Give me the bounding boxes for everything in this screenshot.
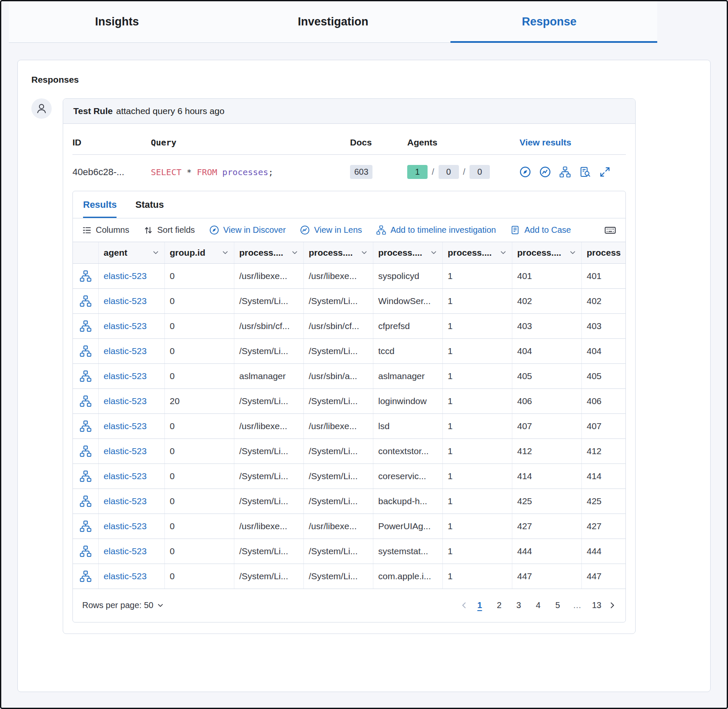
grid-cell: 444 xyxy=(512,539,581,564)
grid-cell: 0 xyxy=(164,438,234,463)
grid-cell: 1 xyxy=(442,363,512,388)
analyze-event-icon[interactable] xyxy=(73,438,98,463)
page-content: Responses Test Ruleattached query 6 hour… xyxy=(1,43,727,692)
agent-link[interactable]: elastic-523 xyxy=(98,313,164,338)
column-header-7-process[interactable]: process.... xyxy=(581,242,625,263)
add-to-case-button[interactable]: Add to Case xyxy=(510,225,571,235)
tab-response[interactable]: Response xyxy=(441,1,657,42)
grid-cell: 412 xyxy=(581,438,625,463)
agent-link[interactable]: elastic-523 xyxy=(98,564,164,589)
agent-link[interactable]: elastic-523 xyxy=(98,288,164,313)
query-summary-header: ID Query Docs Agents View results xyxy=(72,133,626,155)
agent-link[interactable]: elastic-523 xyxy=(98,388,164,413)
tab-investigation[interactable]: Investigation xyxy=(225,1,441,42)
column-header-0-agent[interactable]: agent xyxy=(98,242,164,263)
app-window: Insights Investigation Response Response… xyxy=(0,0,728,709)
grid-cell: 0 xyxy=(164,514,234,539)
grid-cell: 406 xyxy=(581,388,625,413)
page-button-2[interactable]: 2 xyxy=(491,598,507,613)
grid-cell: /System/Li... xyxy=(303,438,373,463)
column-header-3-process[interactable]: process.... xyxy=(303,242,373,263)
view-results-actions xyxy=(520,166,626,178)
grid-cell: 1 xyxy=(442,288,512,313)
sort-fields-button[interactable]: Sort fields xyxy=(144,225,195,235)
rows-per-page-selector[interactable]: Rows per page: 50 xyxy=(82,600,164,610)
grid-cell: lsd xyxy=(373,413,442,438)
agent-link[interactable]: elastic-523 xyxy=(98,539,164,564)
grid-cell: 0 xyxy=(164,288,234,313)
top-tab-bar: Insights Investigation Response xyxy=(9,1,657,43)
analyze-event-icon[interactable] xyxy=(73,288,98,313)
page-button-3[interactable]: 3 xyxy=(511,598,527,613)
analyze-event-icon[interactable] xyxy=(73,338,98,363)
analyze-event-icon[interactable] xyxy=(73,313,98,338)
case-icon xyxy=(510,225,520,235)
grid-cell: 444 xyxy=(581,539,625,564)
analyze-event-icon[interactable] xyxy=(73,363,98,388)
analyze-event-icon[interactable] xyxy=(73,388,98,413)
grid-cell: systemstat... xyxy=(373,539,442,564)
analyze-event-icon[interactable] xyxy=(73,514,98,539)
chevron-down-icon xyxy=(569,249,576,256)
view-in-lens-button[interactable]: View in Lens xyxy=(300,225,362,235)
column-header-6-process[interactable]: process.... xyxy=(512,242,581,263)
analyze-event-icon[interactable] xyxy=(73,463,98,488)
column-header-1-groupid[interactable]: group.id xyxy=(164,242,234,263)
analyze-event-icon[interactable] xyxy=(73,488,98,514)
tab-results[interactable]: Results xyxy=(83,191,117,218)
agent-link[interactable]: elastic-523 xyxy=(98,438,164,463)
analyze-event-icon[interactable] xyxy=(73,263,98,288)
analyze-event-icon[interactable] xyxy=(73,539,98,564)
page-button-4[interactable]: 4 xyxy=(530,598,546,613)
chevron-down-icon xyxy=(157,602,164,609)
grid-cell: 403 xyxy=(581,313,625,338)
grid-cell: 402 xyxy=(512,288,581,313)
agent-link[interactable]: elastic-523 xyxy=(98,488,164,514)
header-docs: Docs xyxy=(350,137,407,148)
grid-cell: /usr/sbin/cf... xyxy=(303,313,373,338)
grid-cell: tccd xyxy=(373,338,442,363)
grid-cell: /System/Li... xyxy=(234,438,303,463)
page-button-5[interactable]: 5 xyxy=(550,598,566,613)
grid-cell: 403 xyxy=(512,313,581,338)
agent-link[interactable]: elastic-523 xyxy=(98,338,164,363)
agent-link[interactable]: elastic-523 xyxy=(98,363,164,388)
tab-insights[interactable]: Insights xyxy=(9,1,225,42)
column-header-2-process[interactable]: process.... xyxy=(234,242,303,263)
analyze-event-icon[interactable] xyxy=(73,564,98,589)
grid-cell: /usr/libexe... xyxy=(303,263,373,288)
grid-cell: 427 xyxy=(581,514,625,539)
table-row: elastic-5230/System/Li.../System/Li...sy… xyxy=(73,539,625,564)
inspect-results-icon[interactable] xyxy=(579,166,591,178)
grid-cell: 447 xyxy=(581,564,625,589)
grid-cell: cfprefsd xyxy=(373,313,442,338)
keyboard-shortcuts-icon[interactable] xyxy=(604,224,616,236)
agent-link[interactable]: elastic-523 xyxy=(98,263,164,288)
docs-count-badge: 603 xyxy=(350,165,372,179)
table-row: elastic-5230/usr/libexe.../usr/libexe...… xyxy=(73,413,625,438)
page-button-13[interactable]: 13 xyxy=(589,598,605,613)
sql-identifier: processes xyxy=(217,167,268,177)
agent-link[interactable]: elastic-523 xyxy=(98,413,164,438)
chevron-down-icon xyxy=(152,249,159,256)
grid-cell: 401 xyxy=(581,263,625,288)
analyze-event-icon[interactable] xyxy=(73,413,98,438)
agent-link[interactable]: elastic-523 xyxy=(98,463,164,488)
grid-cell: 1 xyxy=(442,564,512,589)
next-page-icon[interactable] xyxy=(608,601,616,609)
previous-page-icon[interactable] xyxy=(460,601,468,609)
view-in-discover-icon[interactable] xyxy=(520,166,531,178)
view-in-discover-button[interactable]: View in Discover xyxy=(209,225,286,235)
grid-toolbar: Columns Sort fields View in Discover xyxy=(73,218,625,242)
column-header-5-process[interactable]: process.... xyxy=(442,242,512,263)
expand-results-icon[interactable] xyxy=(599,166,611,178)
view-in-lens-icon[interactable] xyxy=(539,166,551,178)
tab-status[interactable]: Status xyxy=(135,191,164,218)
add-to-timeline-button[interactable]: Add to timeline investigation xyxy=(376,225,496,235)
agent-link[interactable]: elastic-523 xyxy=(98,514,164,539)
add-to-timeline-icon[interactable] xyxy=(559,166,571,178)
columns-button[interactable]: Columns xyxy=(82,225,129,235)
page-button-1[interactable]: 1 xyxy=(472,598,488,613)
responses-panel: Responses Test Ruleattached query 6 hour… xyxy=(17,60,711,692)
column-header-4-process[interactable]: process.... xyxy=(373,242,442,263)
